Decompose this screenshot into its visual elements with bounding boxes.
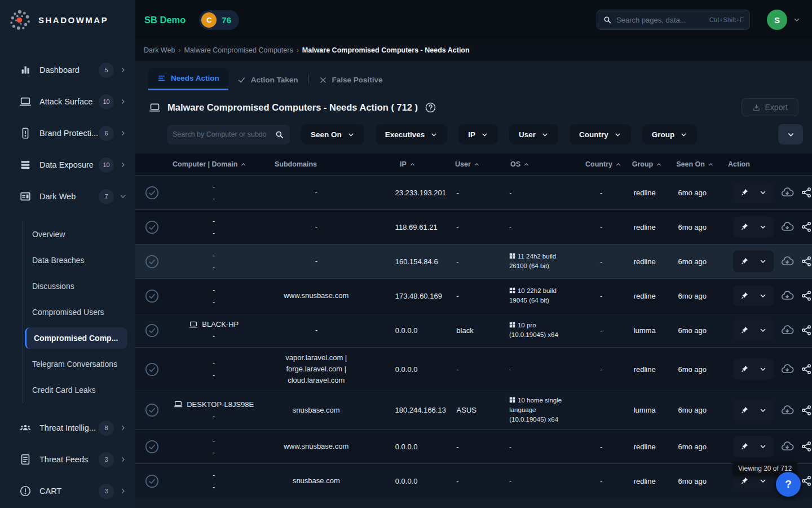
country-cell: - [579,257,624,266]
filter-country[interactable]: Country [570,124,631,144]
help-fab-button[interactable]: ? [776,472,801,497]
pin-action-button[interactable] [739,475,750,487]
computer-domain-cell: - - [169,469,259,493]
share-icon [801,364,812,375]
row-select-checkbox[interactable] [144,402,160,418]
share-button[interactable] [801,187,812,198]
pin-action-button[interactable] [739,405,750,416]
row-actions-dropdown[interactable] [758,187,768,198]
chevron-down-icon [759,443,767,450]
filter-seen-on[interactable]: Seen On [301,124,364,144]
download-report-button[interactable] [780,440,794,453]
tab-needs-action[interactable]: Needs Action [148,68,228,90]
filter-group[interactable]: Group [642,124,698,144]
table-search[interactable] [167,125,290,144]
global-search-input[interactable] [616,16,709,24]
submenu-item-telegram-conversations[interactable]: Telegram Conversations [23,351,135,377]
tab-false-positive[interactable]: False Positive [310,69,392,90]
row-actions-dropdown[interactable] [758,291,768,301]
row-actions-dropdown[interactable] [758,441,768,452]
row-select-checkbox[interactable] [144,288,160,304]
row-select-checkbox[interactable] [144,362,160,377]
column-os[interactable]: OS [496,160,581,168]
pin-action-button[interactable] [739,256,750,267]
column-user[interactable]: User [445,160,496,168]
submenu-item-discussions[interactable]: Discussions [23,273,135,299]
filter-ip[interactable]: IP [458,124,498,144]
sidebar-item-threat-feeds[interactable]: Threat Feeds 3 [0,444,135,475]
download-report-button[interactable] [780,255,794,268]
download-report-button[interactable] [780,186,794,199]
filter-executives[interactable]: Executives [376,124,448,144]
row-actions-dropdown[interactable] [758,364,768,374]
pin-action-button[interactable] [739,364,750,375]
row-select-checkbox[interactable] [144,439,160,454]
chevron-down-icon[interactable] [793,16,801,24]
sidebar-item-brand-protection[interactable]: Brand Protecti... 6 [0,117,135,149]
column-country[interactable]: Country [581,160,626,168]
global-search[interactable]: Ctrl+Shift+F [597,10,750,30]
sidebar-item-data-exposure[interactable]: Data Exposure 10 [0,149,135,181]
download-report-button[interactable] [780,404,794,417]
table-row: - - - 160.154.84.6 - 11 24h2 build26100 … [135,244,812,278]
chevron-down-icon [759,257,767,265]
row-actions-dropdown[interactable] [758,222,768,232]
pin-action-button[interactable] [739,221,750,233]
table-search-input[interactable] [173,130,275,138]
row-actions-dropdown[interactable] [758,325,768,335]
pin-action-button[interactable] [739,441,750,452]
row-select-checkbox[interactable] [144,323,160,338]
column-ip[interactable]: IP [375,160,445,168]
submenu-item-compromised-computers[interactable]: Compromised Comp... [25,327,127,349]
country-cell: - [579,326,624,335]
filter-user[interactable]: User [509,124,558,144]
submenu-item-compromised-users[interactable]: Compromised Users [23,299,135,325]
row-actions-dropdown[interactable] [758,256,768,266]
breadcrumb-dark-web[interactable]: Dark Web [144,46,175,54]
row-select-checkbox[interactable] [144,185,160,200]
sidebar-item-threat-intelligence[interactable]: Threat Intellig... 8 [0,412,135,444]
pin-action-button[interactable] [739,325,750,336]
row-select-checkbox[interactable] [144,254,160,269]
download-report-button[interactable] [780,220,794,234]
sidebar-item-attack-surface[interactable]: Attack Surface 10 [0,86,135,117]
column-group[interactable]: Group [626,160,668,168]
share-button[interactable] [801,364,812,375]
row-select-checkbox[interactable] [144,220,160,235]
row-actions-dropdown[interactable] [758,405,768,415]
sidebar-item-cart[interactable]: CART 3 [0,475,135,507]
pin-action-button[interactable] [739,187,750,198]
share-button[interactable] [801,325,812,336]
column-computer-domain[interactable]: Computer | Domain [169,160,259,168]
share-button[interactable] [801,475,812,487]
submenu-item-credit-card-leaks[interactable]: Credit Card Leaks [23,377,135,403]
download-report-button[interactable] [780,323,794,337]
group-cell: redline [624,257,666,266]
download-report-button[interactable] [780,289,794,303]
sidebar-item-dashboard[interactable]: Dashboard 5 [0,54,135,86]
export-button[interactable]: Export [742,98,798,116]
row-actions-dropdown[interactable] [758,476,768,486]
seen-on-cell: 6mo ago [665,365,719,374]
security-score-badge[interactable]: C 76 [199,10,239,30]
download-report-button[interactable] [780,362,794,376]
chevron-right-icon [120,488,126,494]
sidebar-item-dark-web[interactable]: Dark Web 7 [0,181,135,212]
share-button[interactable] [801,221,812,233]
share-button[interactable] [801,441,812,452]
avatar[interactable]: S [767,10,787,30]
more-filters-button[interactable] [778,124,803,144]
submenu-item-overview[interactable]: Overview [23,221,135,247]
ip-cell: 0.0.0.0 [374,443,444,451]
org-name[interactable]: SB Demo [144,15,186,25]
column-seen-on[interactable]: Seen On [668,160,722,168]
help-circle-icon[interactable] [425,102,436,113]
breadcrumb-malware-compromised-computers[interactable]: Malware Compromised Computers [184,46,293,54]
share-button[interactable] [801,290,812,301]
submenu-item-data-breaches[interactable]: Data Breaches [23,247,135,273]
share-button[interactable] [801,405,812,416]
pin-action-button[interactable] [739,290,750,301]
tab-action-taken[interactable]: Action Taken [228,69,307,90]
row-select-checkbox[interactable] [144,474,160,489]
share-button[interactable] [801,256,812,267]
